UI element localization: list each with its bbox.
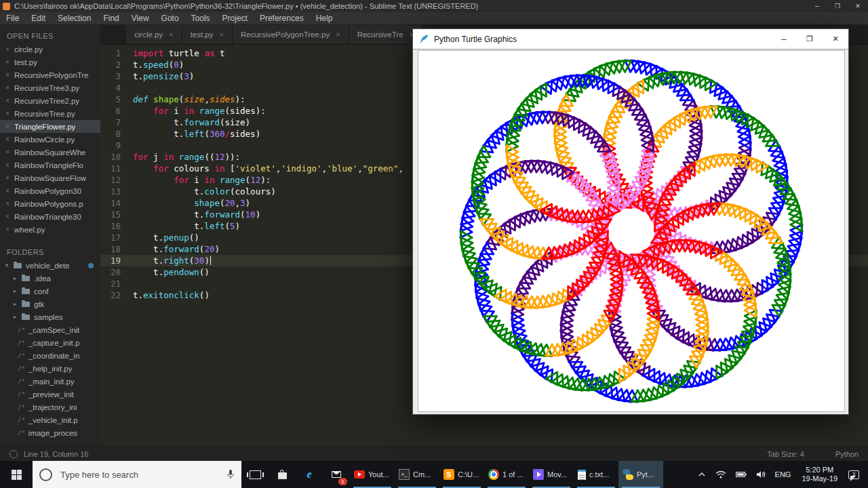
maximize-icon[interactable]: ❐: [827, 0, 848, 12]
line-number: 12: [100, 174, 129, 186]
open-file-item[interactable]: ×RainbowTriangleFlo: [0, 159, 100, 171]
tab-size-indicator[interactable]: Tab Size: 4: [767, 450, 804, 458]
turtle-window-titlebar[interactable]: Python Turtle Graphics ─ ❐ ✕: [413, 29, 848, 49]
tray-network[interactable]: [711, 461, 731, 488]
tab-close-icon[interactable]: ×: [169, 30, 173, 39]
tray-clock[interactable]: 5:20 PM 19-May-19: [795, 466, 844, 483]
menu-selection[interactable]: Selection: [52, 14, 97, 23]
task-view-button[interactable]: [241, 461, 269, 488]
open-file-item[interactable]: ×RainbowSquareWhe: [0, 146, 100, 159]
folder-file-item[interactable]: /*_coordinate_in: [0, 349, 100, 362]
start-button[interactable]: [0, 461, 33, 488]
turtle-canvas[interactable]: [418, 50, 845, 412]
tray-chevron-button[interactable]: [693, 461, 711, 488]
close-file-icon[interactable]: ×: [5, 123, 14, 130]
folder-file-item[interactable]: /*_preview_init: [0, 388, 100, 401]
menu-help[interactable]: Help: [310, 14, 339, 23]
microphone-icon[interactable]: [226, 469, 235, 480]
open-file-item[interactable]: ×RecursiveTree3.py: [0, 81, 100, 94]
minimize-icon[interactable]: ─: [807, 0, 827, 12]
syntax-indicator[interactable]: Python: [835, 450, 859, 458]
folder-file-item[interactable]: /*_trajectory_ini: [0, 401, 100, 413]
turtle-minimize-icon[interactable]: ─: [771, 29, 797, 49]
folder-file-item[interactable]: /*_vehicle_init.p: [0, 413, 100, 426]
close-file-icon[interactable]: ×: [5, 110, 14, 117]
taskbar-app-youtube[interactable]: Yout...: [350, 461, 395, 488]
open-file-item[interactable]: ×RainbowTriangle30: [0, 210, 100, 223]
menu-project[interactable]: Project: [216, 14, 254, 23]
taskbar-app-sublime[interactable]: C:\U...: [439, 461, 484, 488]
taskbar-app-cmd[interactable]: Cm...: [395, 461, 439, 488]
folder-file-item[interactable]: /*image_proces: [0, 426, 100, 439]
menu-file[interactable]: File: [0, 14, 25, 23]
turtle-maximize-icon[interactable]: ❐: [797, 29, 823, 49]
tab-test-py[interactable]: test.py×: [182, 25, 233, 44]
taskbar-search[interactable]: [33, 461, 241, 488]
menu-view[interactable]: View: [125, 14, 155, 23]
subfolder-item[interactable]: ▸.idea: [0, 272, 100, 285]
taskbar-app-chrome[interactable]: 1 of ...: [484, 461, 529, 488]
taskbar-app-store[interactable]: [269, 461, 296, 488]
subfolder-item[interactable]: ▸conf: [0, 285, 100, 298]
menu-edit[interactable]: Edit: [25, 14, 52, 23]
folder-file-item[interactable]: /*_camSpec_init: [0, 323, 100, 336]
close-file-icon[interactable]: ×: [5, 174, 14, 182]
tab-close-icon[interactable]: ×: [220, 30, 224, 39]
taskbar-app-python[interactable]: Pyt...: [618, 461, 663, 488]
action-center-button[interactable]: 3: [844, 461, 864, 488]
folder-file-item[interactable]: /*_help_init.py: [0, 362, 100, 375]
open-file-item[interactable]: ×circle.py: [0, 43, 100, 56]
open-file-item[interactable]: ×RainbowPolygon30: [0, 184, 100, 197]
open-file-item[interactable]: ×RecursivePolygonTre: [0, 68, 100, 81]
line-number: 17: [100, 232, 129, 243]
folder-file-item[interactable]: /*_main_init.py: [0, 375, 100, 388]
open-file-item[interactable]: ×RainbowSquareFlow: [0, 171, 100, 184]
subfolder-item[interactable]: ▸samples: [0, 310, 100, 323]
tab-close-icon[interactable]: ×: [336, 30, 340, 39]
close-file-icon[interactable]: ×: [5, 213, 14, 220]
open-file-item[interactable]: ×wheel.py: [0, 223, 100, 236]
open-file-item[interactable]: ×test.py: [0, 56, 100, 68]
open-file-item[interactable]: ×RecursiveTree.py: [0, 107, 100, 120]
close-file-icon[interactable]: ×: [5, 200, 14, 207]
menu-goto[interactable]: Goto: [155, 14, 185, 23]
open-file-item[interactable]: ×RainbowCircle.py: [0, 133, 100, 146]
close-file-icon[interactable]: ×: [5, 226, 14, 233]
search-input[interactable]: [59, 469, 226, 481]
close-file-icon[interactable]: ×: [5, 71, 14, 79]
tabs: circle.py×test.py×RecursivePolygonTree.p…: [126, 25, 422, 44]
folder-item-root[interactable]: ▾vehicle_dete: [0, 259, 100, 272]
taskbar-app-movies[interactable]: Mov...: [529, 461, 574, 488]
open-file-item[interactable]: ×RainbowPolygons.p: [0, 197, 100, 210]
close-icon[interactable]: ✕: [848, 0, 868, 12]
close-file-icon[interactable]: ×: [5, 161, 14, 169]
close-file-icon[interactable]: ×: [5, 84, 14, 92]
menu-find[interactable]: Find: [97, 14, 125, 23]
tray-battery[interactable]: [731, 461, 751, 488]
menu-tools[interactable]: Tools: [185, 14, 216, 23]
line-number: 8: [100, 128, 129, 140]
taskbar-app-edge[interactable]: e: [296, 461, 323, 488]
tab-recursivepolygontree-py[interactable]: RecursivePolygonTree.py×: [233, 25, 349, 44]
close-file-icon[interactable]: ×: [5, 97, 14, 104]
subfolder-item[interactable]: ▸gtk: [0, 298, 100, 310]
taskbar-app-notepad[interactable]: c.txt...: [574, 461, 618, 488]
taskbar-app-mail[interactable]: 1: [323, 461, 350, 488]
tab-circle-py[interactable]: circle.py×: [126, 25, 182, 44]
folder-file-item[interactable]: /*_capture_init.p: [0, 336, 100, 349]
menu-preferences[interactable]: Preferences: [254, 14, 310, 23]
line-number: 9: [100, 140, 129, 151]
turtle-close-icon[interactable]: ✕: [823, 29, 848, 49]
open-file-item[interactable]: ×RecursiveTree2.py: [0, 94, 100, 107]
close-file-icon[interactable]: ×: [5, 187, 14, 195]
close-file-icon[interactable]: ×: [5, 45, 14, 53]
tray-language[interactable]: ENG: [770, 461, 796, 488]
close-file-icon[interactable]: ×: [5, 58, 14, 66]
tray-volume[interactable]: [751, 461, 770, 488]
open-file-name: RainbowPolygons.p: [14, 200, 83, 208]
tab-recursivetre[interactable]: RecursiveTre×: [349, 25, 422, 44]
folder-icon: [22, 302, 30, 307]
open-file-item[interactable]: ×TriangleFlower.py: [0, 120, 100, 133]
close-file-icon[interactable]: ×: [5, 136, 14, 143]
close-file-icon[interactable]: ×: [5, 148, 14, 156]
